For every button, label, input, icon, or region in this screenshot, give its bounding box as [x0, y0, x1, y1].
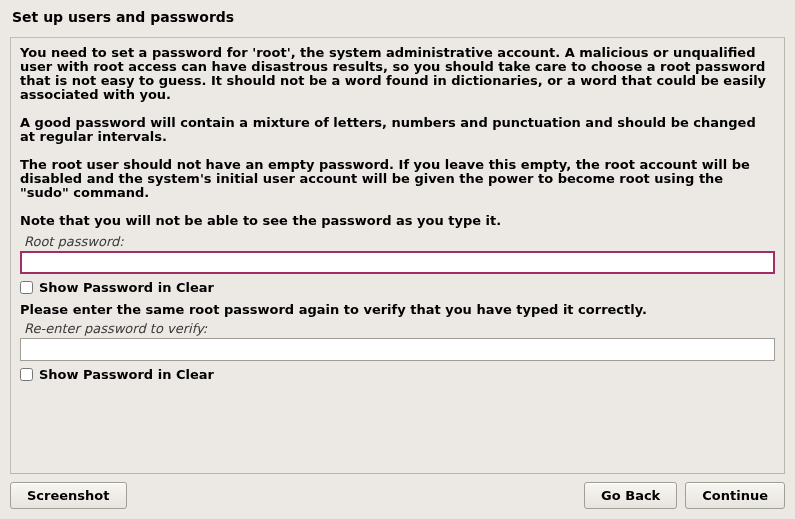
show-password-checkbox-2[interactable]: [20, 368, 33, 381]
show-password-row-1: Show Password in Clear: [20, 280, 775, 295]
verify-password-label: Re-enter password to verify:: [20, 321, 775, 338]
page-title: Set up users and passwords: [0, 0, 795, 31]
password-visibility-note: Note that you will not be able to see th…: [20, 214, 775, 228]
verify-password-input[interactable]: [20, 338, 775, 361]
screenshot-button[interactable]: Screenshot: [10, 482, 127, 509]
installer-window: Set up users and passwords You need to s…: [0, 0, 795, 519]
content-panel: You need to set a password for 'root', t…: [10, 37, 785, 474]
root-password-label: Root password:: [20, 234, 775, 251]
show-password-row-2: Show Password in Clear: [20, 367, 775, 382]
continue-button[interactable]: Continue: [685, 482, 785, 509]
root-password-input[interactable]: [20, 251, 775, 274]
go-back-button[interactable]: Go Back: [584, 482, 677, 509]
intro-paragraph-3: The root user should not have an empty p…: [20, 158, 775, 200]
show-password-checkbox-1[interactable]: [20, 281, 33, 294]
verify-instruction: Please enter the same root password agai…: [20, 303, 775, 317]
show-password-label-2[interactable]: Show Password in Clear: [39, 367, 214, 382]
intro-paragraph-2: A good password will contain a mixture o…: [20, 116, 775, 144]
show-password-label-1[interactable]: Show Password in Clear: [39, 280, 214, 295]
intro-paragraph-1: You need to set a password for 'root', t…: [20, 46, 775, 102]
button-bar: Screenshot Go Back Continue: [0, 474, 795, 519]
nav-button-group: Go Back Continue: [584, 482, 785, 509]
